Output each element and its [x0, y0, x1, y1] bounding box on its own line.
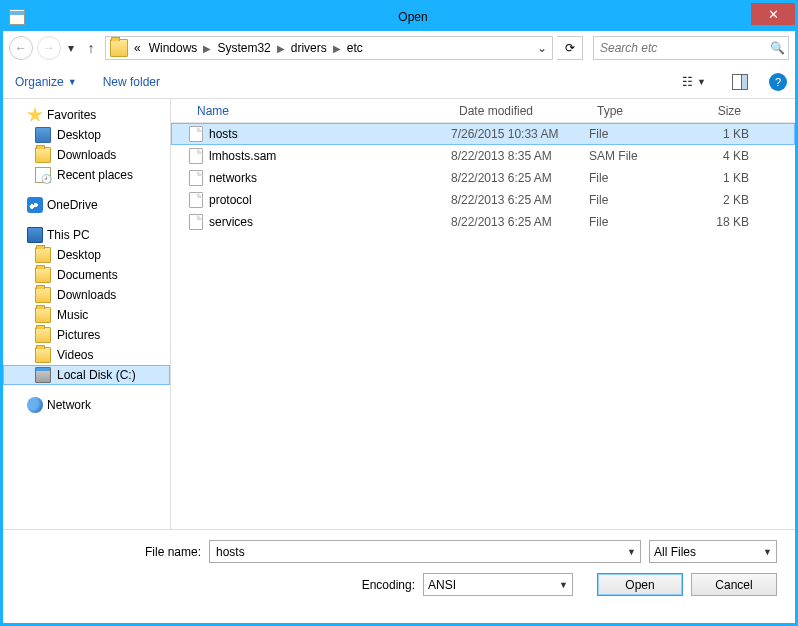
- recent-icon: [35, 167, 51, 183]
- file-type: SAM File: [589, 149, 693, 163]
- filetype-filter[interactable]: All Files ▼: [649, 540, 777, 563]
- col-type[interactable]: Type: [589, 104, 693, 118]
- file-row[interactable]: services8/22/2013 6:25 AMFile18 KB: [171, 211, 795, 233]
- footer: File name: ▼ All Files ▼ Encoding: ANSI …: [3, 529, 795, 608]
- star-icon: [27, 107, 43, 123]
- folder-icon: [35, 307, 51, 323]
- sidebar-item-local-disk[interactable]: Local Disk (C:): [3, 365, 170, 385]
- folder-icon: [35, 147, 51, 163]
- preview-pane-button[interactable]: [729, 71, 751, 93]
- col-size[interactable]: Size: [693, 104, 749, 118]
- sidebar-item-downloads[interactable]: Downloads: [3, 285, 170, 305]
- nav-bar: ← → ▾ ↑ « Windows▶ System32▶ drivers▶ et…: [3, 31, 795, 65]
- chevron-right-icon[interactable]: ▶: [331, 43, 343, 54]
- sidebar-item-pictures[interactable]: Pictures: [3, 325, 170, 345]
- open-button[interactable]: Open: [597, 573, 683, 596]
- chevron-down-icon[interactable]: ▼: [623, 547, 636, 557]
- col-name[interactable]: Name: [189, 104, 451, 118]
- file-icon: [189, 126, 203, 142]
- breadcrumb-overflow[interactable]: «: [130, 37, 145, 59]
- help-button[interactable]: ?: [769, 73, 787, 91]
- folder-icon: [35, 247, 51, 263]
- file-row[interactable]: lmhosts.sam8/22/2013 8:35 AMSAM File4 KB: [171, 145, 795, 167]
- file-list: Name Date modified Type Size hosts7/26/2…: [171, 99, 795, 529]
- sidebar-item-recent[interactable]: Recent places: [3, 165, 170, 185]
- file-date: 8/22/2013 6:25 AM: [451, 171, 589, 185]
- refresh-button[interactable]: ⟳: [557, 36, 583, 60]
- file-row[interactable]: hosts7/26/2015 10:33 AMFile1 KB: [171, 123, 795, 145]
- sidebar-item-label: Documents: [57, 268, 118, 282]
- sidebar-item-desktop[interactable]: Desktop: [3, 245, 170, 265]
- history-dropdown[interactable]: ▾: [65, 36, 77, 60]
- chevron-down-icon: ▼: [68, 77, 77, 87]
- cancel-label: Cancel: [715, 578, 752, 592]
- file-icon: [189, 214, 203, 230]
- disk-icon: [35, 367, 51, 383]
- filename-label: File name:: [21, 545, 201, 559]
- chevron-right-icon[interactable]: ▶: [275, 43, 287, 54]
- network-icon: [27, 397, 43, 413]
- sidebar-this-pc[interactable]: This PC: [3, 225, 170, 245]
- forward-button[interactable]: →: [37, 36, 61, 60]
- organize-label: Organize: [15, 75, 64, 89]
- column-headers: Name Date modified Type Size: [171, 99, 795, 123]
- sidebar-item-desktop[interactable]: Desktop: [3, 125, 170, 145]
- toolbar: Organize ▼ New folder ☷ ▼ ?: [3, 65, 795, 99]
- sidebar-item-videos[interactable]: Videos: [3, 345, 170, 365]
- up-button[interactable]: ↑: [81, 38, 101, 58]
- address-bar[interactable]: « Windows▶ System32▶ drivers▶ etc ⌄: [105, 36, 553, 60]
- file-date: 7/26/2015 10:33 AM: [451, 127, 589, 141]
- encoding-combo[interactable]: ANSI ▼: [423, 573, 573, 596]
- notepad-icon: [9, 9, 25, 25]
- col-date[interactable]: Date modified: [451, 104, 589, 118]
- sidebar-onedrive[interactable]: OneDrive: [3, 195, 170, 215]
- sidebar-item-label: Videos: [57, 348, 93, 362]
- breadcrumb-item[interactable]: System32: [213, 37, 274, 59]
- file-row[interactable]: protocol8/22/2013 6:25 AMFile2 KB: [171, 189, 795, 211]
- search-input[interactable]: [594, 41, 766, 55]
- close-button[interactable]: ✕: [751, 3, 795, 25]
- chevron-down-icon: ▼: [697, 77, 706, 87]
- filename-combo[interactable]: ▼: [209, 540, 641, 563]
- view-options[interactable]: ☷ ▼: [677, 73, 711, 91]
- address-dropdown[interactable]: ⌄: [532, 37, 550, 59]
- filename-input[interactable]: [214, 545, 623, 559]
- folder-icon: [35, 267, 51, 283]
- sidebar-item-music[interactable]: Music: [3, 305, 170, 325]
- sidebar-favorites[interactable]: Favorites: [3, 105, 170, 125]
- sidebar-item-downloads[interactable]: Downloads: [3, 145, 170, 165]
- new-folder-button[interactable]: New folder: [99, 73, 164, 91]
- breadcrumb-item[interactable]: drivers: [287, 37, 331, 59]
- file-name: protocol: [209, 193, 252, 207]
- back-button[interactable]: ←: [9, 36, 33, 60]
- file-date: 8/22/2013 8:35 AM: [451, 149, 589, 163]
- sidebar-item-label: Downloads: [57, 148, 116, 162]
- file-icon: [189, 192, 203, 208]
- file-size: 18 KB: [693, 215, 749, 229]
- organize-menu[interactable]: Organize ▼: [11, 73, 81, 91]
- sidebar-item-documents[interactable]: Documents: [3, 265, 170, 285]
- file-size: 2 KB: [693, 193, 749, 207]
- file-row[interactable]: networks8/22/2013 6:25 AMFile1 KB: [171, 167, 795, 189]
- file-icon: [189, 170, 203, 186]
- file-size: 4 KB: [693, 149, 749, 163]
- file-size: 1 KB: [693, 171, 749, 185]
- folder-icon: [35, 287, 51, 303]
- sidebar-label: Network: [47, 398, 91, 412]
- sidebar-label: Favorites: [47, 108, 96, 122]
- pc-icon: [27, 227, 43, 243]
- file-type: File: [589, 127, 693, 141]
- folder-icon: [110, 39, 128, 57]
- sidebar-item-label: Local Disk (C:): [57, 368, 136, 382]
- sidebar-item-label: Music: [57, 308, 88, 322]
- file-icon: [189, 148, 203, 164]
- breadcrumb-item[interactable]: etc: [343, 37, 367, 59]
- breadcrumb-item[interactable]: Windows: [145, 37, 202, 59]
- file-rows: hosts7/26/2015 10:33 AMFile1 KBlmhosts.s…: [171, 123, 795, 529]
- search-icon[interactable]: 🔍: [766, 41, 788, 55]
- chevron-right-icon[interactable]: ▶: [201, 43, 213, 54]
- open-label: Open: [625, 578, 654, 592]
- cancel-button[interactable]: Cancel: [691, 573, 777, 596]
- sidebar-network[interactable]: Network: [3, 395, 170, 415]
- search-box[interactable]: 🔍: [593, 36, 789, 60]
